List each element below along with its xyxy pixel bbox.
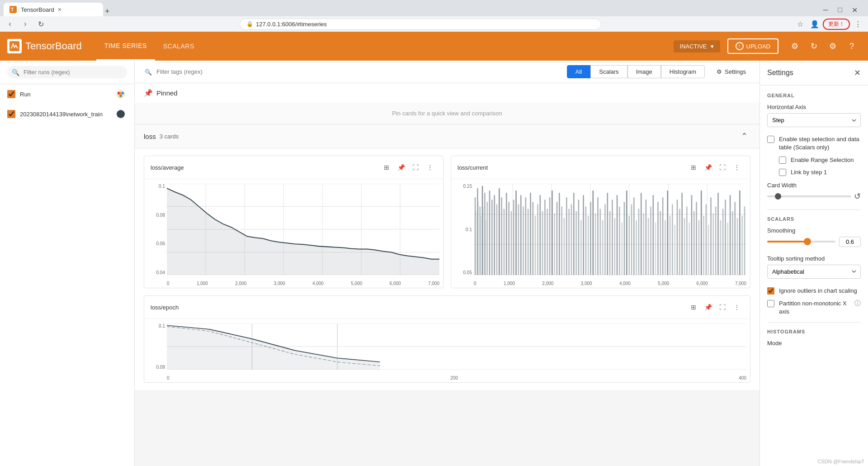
update-button[interactable]: 更新！ <box>823 19 850 30</box>
pin-btn-epoch[interactable]: 📌 <box>701 300 715 314</box>
settings-close-btn[interactable]: ✕ <box>854 68 861 78</box>
link-by-step-checkbox[interactable] <box>779 169 786 176</box>
svg-rect-61 <box>547 209 548 275</box>
enable-step-checkbox[interactable] <box>767 136 774 143</box>
svg-rect-140 <box>737 218 738 275</box>
help-icon[interactable]: ? <box>843 37 861 55</box>
card-width-label: Card Width <box>767 182 861 189</box>
expand-btn-current[interactable]: ⛶ <box>716 161 729 174</box>
smoothing-slider[interactable] <box>767 241 835 243</box>
enable-range-checkbox[interactable] <box>779 157 786 164</box>
svg-rect-147 <box>483 207 484 276</box>
expand-btn-epoch[interactable]: ⛶ <box>716 300 729 314</box>
svg-rect-106 <box>655 223 656 275</box>
svg-rect-139 <box>734 202 736 275</box>
card-width-reset-btn[interactable]: ↺ <box>854 191 861 201</box>
svg-rect-105 <box>652 195 654 275</box>
partition-xaxis-row: Partition non-monotonic X axis ⓘ <box>767 300 861 316</box>
chart-title-loss-average: loss/average <box>151 164 380 171</box>
svg-rect-70 <box>568 209 570 275</box>
image-btn[interactable]: ⊞ <box>380 161 393 174</box>
tag-filter-input[interactable] <box>142 67 561 77</box>
run-checkbox-all[interactable] <box>7 90 15 98</box>
run-color-circle-btn[interactable] <box>114 108 127 120</box>
tooltip-sort-select[interactable]: Alphabetical Ascending Descending Defaul… <box>767 265 861 279</box>
tab-all[interactable]: All <box>567 65 590 78</box>
profile-btn[interactable]: 👤 <box>808 18 821 30</box>
tab-image[interactable]: Image <box>627 65 661 78</box>
settings-toggle-btn[interactable]: ⚙ Settings <box>710 66 752 78</box>
tag-search-icon: 🔍 <box>145 68 152 75</box>
menu-btn[interactable]: ⋮ <box>852 18 864 30</box>
svg-rect-40 <box>496 204 498 275</box>
svg-rect-48 <box>515 190 517 275</box>
svg-rect-44 <box>506 193 507 275</box>
new-tab-button[interactable]: + <box>105 7 110 16</box>
svg-rect-98 <box>636 220 637 275</box>
collapse-button[interactable]: ⌃ <box>738 130 750 143</box>
search-icon: 🔍 <box>12 69 19 76</box>
topnav-icons: ⚙ ↻ ⚙ ? <box>786 37 861 55</box>
divider-scalars <box>767 209 861 210</box>
svg-rect-134 <box>722 209 724 275</box>
partition-xaxis-checkbox[interactable] <box>767 300 774 307</box>
run-checkbox-1[interactable] <box>7 110 15 118</box>
more-btn[interactable]: ⋮ <box>423 161 437 174</box>
smoothing-value-input[interactable]: 0.6 <box>839 237 861 247</box>
svg-rect-122 <box>693 211 695 275</box>
svg-rect-99 <box>638 209 640 275</box>
refresh-icon[interactable]: ↻ <box>805 37 823 55</box>
close-btn[interactable]: ✕ <box>848 4 861 16</box>
svg-rect-2 <box>9 41 19 51</box>
svg-rect-144 <box>476 211 476 275</box>
bookmark-btn[interactable]: ☆ <box>794 18 807 30</box>
tab-scalars[interactable]: Scalars <box>590 65 627 78</box>
back-btn[interactable]: ‹ <box>4 18 16 30</box>
address-bar[interactable]: 🔒 127.0.0.1:6006/#timeseries <box>240 19 601 30</box>
svg-rect-114 <box>674 225 675 275</box>
pin-btn-current[interactable]: 📌 <box>701 161 715 174</box>
inactive-dropdown[interactable]: INACTIVE ▾ <box>674 40 720 52</box>
tab-close-btn[interactable]: × <box>58 6 61 13</box>
nav-link-scalars[interactable]: SCALARS <box>155 32 203 61</box>
watermark: CSDN @FriendshipT <box>818 459 864 464</box>
svg-text:T: T <box>11 7 14 12</box>
minimize-btn[interactable]: ─ <box>819 4 832 16</box>
enable-range-row: Enable Range Selection <box>779 156 861 164</box>
run-color-palette-btn[interactable] <box>114 88 127 100</box>
image-btn-current[interactable]: ⊞ <box>687 161 700 174</box>
settings-toggle-icon: ⚙ <box>717 68 722 75</box>
svg-rect-55 <box>532 202 533 275</box>
x-axis-loss-average: 01,0002,0003,0004,0005,0006,0007,000 <box>167 281 439 286</box>
ignore-outliers-checkbox[interactable] <box>767 287 774 295</box>
forward-btn[interactable]: › <box>19 18 32 30</box>
horizontal-axis-select[interactable]: Step Relative Wall <box>767 113 861 127</box>
settings-gear-icon[interactable]: ⚙ <box>786 37 804 55</box>
x-axis-loss-epoch: 0200400 <box>167 376 746 380</box>
maximize-btn[interactable]: □ <box>834 4 846 16</box>
svg-rect-97 <box>633 197 635 275</box>
svg-rect-87 <box>609 211 611 275</box>
upload-button[interactable]: ↑ UPLOAD <box>727 38 778 54</box>
cards-area[interactable]: 📌 Pinned Pin cards for a quick view and … <box>135 83 760 466</box>
tab-histogram[interactable]: Histogram <box>661 65 705 78</box>
enable-range-label: Enable Range Selection <box>791 156 854 164</box>
more-btn-current[interactable]: ⋮ <box>730 161 744 174</box>
image-btn-epoch[interactable]: ⊞ <box>687 300 700 314</box>
run-filter-input[interactable] <box>7 66 127 78</box>
logo-text: TensorBoard <box>25 40 82 52</box>
reload-btn[interactable]: ↻ <box>34 18 47 30</box>
expand-btn[interactable]: ⛶ <box>409 161 422 174</box>
card-group-title: loss <box>144 133 156 140</box>
main-content: 🔍 Run 202308 <box>0 61 868 466</box>
more-btn-epoch[interactable]: ⋮ <box>730 300 744 314</box>
pin-btn[interactable]: 📌 <box>394 161 408 174</box>
settings-header: Settings ✕ <box>760 61 868 86</box>
card-width-slider[interactable] <box>767 195 851 197</box>
svg-rect-71 <box>571 204 572 275</box>
browser-tab[interactable]: T TensorBoard × <box>4 3 103 16</box>
settings-icon[interactable]: ⚙ <box>824 37 842 55</box>
tag-filter-wrap: 🔍 <box>142 67 561 77</box>
nav-link-time-series[interactable]: TIME SERIES <box>96 32 155 61</box>
svg-rect-124 <box>698 220 700 275</box>
